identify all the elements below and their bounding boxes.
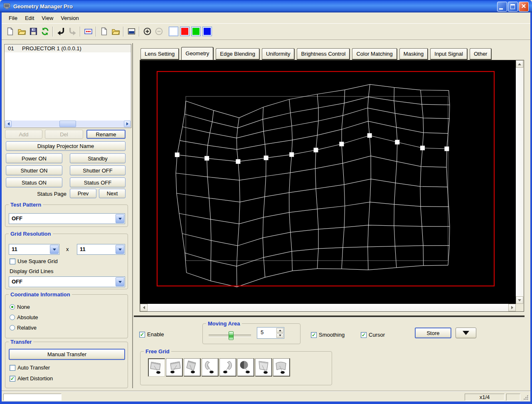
dropdown-arrow-icon[interactable] (50, 245, 59, 254)
dropdown-arrow-icon[interactable] (116, 245, 124, 254)
alert-distortion-checkbox[interactable]: Alert Distortion (10, 375, 53, 382)
projector-list-scrollbar[interactable] (5, 121, 131, 127)
radio-absolute[interactable]: Absolute (10, 314, 38, 320)
close-button[interactable]: ✕ (519, 2, 529, 12)
del-button[interactable]: Del (45, 130, 83, 139)
smoothing-checkbox[interactable]: Smoothing (311, 332, 345, 338)
radio-none[interactable]: None (10, 304, 30, 310)
zoom-out-button[interactable] (153, 26, 164, 37)
display-grid-lines-select[interactable]: OFF (9, 276, 125, 287)
grid-handle[interactable] (236, 159, 240, 164)
tab-lens-setting[interactable]: Lens Setting (140, 48, 179, 60)
power-on-button[interactable]: Power ON (6, 153, 62, 163)
scroll-thumb[interactable] (59, 121, 76, 127)
zoom-in-button[interactable] (142, 26, 153, 37)
grid-handle[interactable] (314, 148, 318, 153)
grid-handle[interactable] (395, 140, 399, 145)
free-grid-angled-screen-button[interactable] (255, 358, 272, 377)
new-page-button[interactable] (99, 26, 109, 37)
save-file-button[interactable] (28, 26, 39, 37)
status-off-button[interactable]: Status OFF (70, 177, 126, 187)
free-grid-dome-button[interactable] (237, 358, 254, 377)
scroll-up-button[interactable] (516, 60, 523, 68)
tab-other[interactable]: Other (470, 48, 492, 60)
dropdown-arrow-icon[interactable] (116, 214, 124, 223)
tab-uniformity[interactable]: Uniformity (262, 48, 295, 60)
enable-checkbox[interactable]: Enable (139, 331, 164, 337)
shutter-on-button[interactable]: Shutter ON (6, 165, 62, 175)
tab-color-matching[interactable]: Color Matching (352, 48, 397, 60)
open-file-button[interactable] (16, 26, 27, 37)
test-pattern-select[interactable]: OFF (9, 213, 125, 224)
grid-cols-select[interactable]: 11 (9, 244, 59, 255)
redo-arrow-button[interactable] (67, 26, 78, 37)
spinner-down-button[interactable] (276, 333, 283, 338)
free-grid-cylinder-concave-button[interactable] (202, 358, 219, 377)
scroll-right-button[interactable] (124, 121, 131, 127)
grid-handle[interactable] (444, 147, 449, 151)
cursor-checkbox[interactable]: Cursor (361, 332, 385, 338)
grid-handle[interactable] (264, 155, 268, 160)
canvas-hscrollbar[interactable] (140, 304, 516, 311)
scroll-down-button[interactable] (516, 296, 523, 304)
blue-swatch-button[interactable] (202, 27, 212, 36)
store-dropdown-button[interactable] (456, 328, 476, 338)
auto-transfer-checkbox[interactable]: Auto Transfer (10, 365, 50, 371)
radio-relative[interactable]: Relative (10, 325, 37, 331)
grid-handle[interactable] (289, 152, 294, 157)
green-swatch-button[interactable] (191, 27, 201, 36)
display-colors-button[interactable] (83, 26, 94, 37)
standby-button[interactable]: Standby (70, 153, 126, 163)
minimize-button[interactable] (497, 2, 507, 12)
shutter-off-button[interactable]: Shutter OFF (70, 165, 126, 175)
store-button[interactable]: Store (415, 328, 451, 338)
maximize-button[interactable] (508, 2, 518, 12)
projector-list[interactable]: 01 PROJECTOR 1 (0.0.0.1) (4, 44, 131, 128)
free-grid-flat-screen-right-button[interactable] (166, 358, 183, 377)
grid-handle[interactable] (175, 153, 180, 157)
add-button[interactable]: Add (5, 130, 42, 139)
new-file-button[interactable] (5, 26, 15, 37)
tab-geometry[interactable]: Geometry (181, 47, 214, 60)
moving-area-spinner[interactable]: 5 (257, 327, 284, 339)
refresh-button[interactable] (39, 26, 50, 37)
tab-masking[interactable]: Masking (399, 48, 428, 60)
grid-handle[interactable] (367, 133, 372, 138)
prev-button[interactable]: Prev (70, 189, 96, 198)
free-grid-curved-screen-button[interactable] (273, 358, 290, 377)
grid-handle[interactable] (420, 146, 425, 150)
white-swatch-button[interactable] (169, 27, 178, 36)
menu-view[interactable]: View (38, 14, 57, 22)
free-grid-cylinder-open-button[interactable] (219, 358, 236, 377)
scroll-track[interactable] (12, 121, 124, 127)
tab-input-signal[interactable]: Input Signal (430, 48, 468, 60)
resize-grip[interactable] (522, 394, 529, 400)
grid-handle[interactable] (204, 156, 209, 160)
menu-version[interactable]: Version (57, 14, 82, 22)
screen-window-button[interactable] (126, 26, 137, 37)
grid-handle[interactable] (339, 142, 344, 146)
status-on-button[interactable]: Status ON (6, 177, 62, 187)
slider-thumb[interactable] (229, 331, 234, 340)
manual-transfer-button[interactable]: Manual Transfer (9, 349, 125, 360)
grid-rows-select[interactable]: 11 (77, 244, 125, 255)
canvas-vscrollbar[interactable] (516, 60, 523, 304)
projector-list-item[interactable]: 01 PROJECTOR 1 (0.0.0.1) (5, 44, 131, 52)
menu-file[interactable]: File (5, 14, 21, 22)
free-grid-tilted-screen-button[interactable] (184, 358, 201, 377)
tab-brightness-control[interactable]: Brightness Control (297, 48, 350, 60)
geometry-canvas[interactable] (140, 60, 516, 304)
next-button[interactable]: Next (99, 189, 126, 198)
spinner-up-button[interactable] (276, 328, 283, 333)
scroll-right-button[interactable] (508, 304, 516, 311)
undo-arrow-button[interactable] (55, 26, 66, 37)
scroll-left-button[interactable] (140, 304, 148, 311)
scroll-left-button[interactable] (5, 121, 12, 127)
free-grid-flat-screen-left-button[interactable] (148, 358, 165, 377)
display-projector-name-button[interactable]: Display Projector Name (6, 141, 126, 151)
menu-edit[interactable]: Edit (21, 14, 38, 22)
open-folder-button[interactable] (110, 26, 121, 37)
use-square-grid-checkbox[interactable]: Use Square Grid (10, 258, 58, 264)
rename-button[interactable]: Rename (86, 130, 126, 139)
red-swatch-button[interactable] (180, 27, 190, 36)
